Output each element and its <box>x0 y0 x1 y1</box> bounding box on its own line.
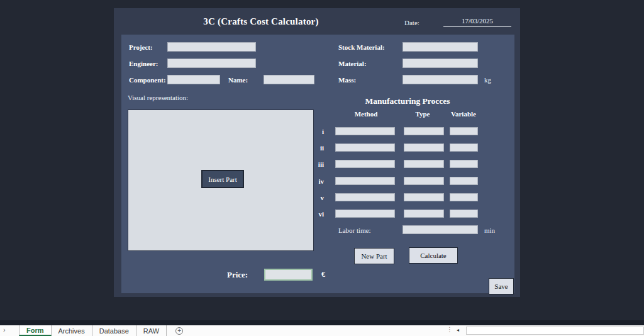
manufacturing-row-label-vi: vi <box>308 210 324 218</box>
type-input-ii[interactable] <box>404 143 444 152</box>
method-input-ii[interactable] <box>335 143 395 152</box>
sheet-tabs: FormArchivesDatabaseRAW+ <box>19 325 183 336</box>
plus-circle-icon: + <box>175 327 183 335</box>
manufacturing-row-label-v: v <box>308 194 324 201</box>
manufacturing-row-label-iv: iv <box>308 177 324 185</box>
method-input-vi[interactable] <box>335 210 395 218</box>
manufacturing-row-label-ii: ii <box>308 144 324 152</box>
method-input-iv[interactable] <box>335 177 395 185</box>
method-input-iii[interactable] <box>335 160 395 168</box>
tab-form[interactable]: Form <box>19 325 52 336</box>
euro-currency-symbol: € <box>321 270 325 279</box>
sheet-nav-chevron-icon[interactable]: › <box>3 326 6 333</box>
form-panel: Project: Engineer: Component: Name: Visu… <box>121 35 514 293</box>
horizontal-scrollbar-thumb[interactable] <box>466 327 644 335</box>
tab-database[interactable]: Database <box>92 325 136 336</box>
labor-time-input[interactable] <box>402 225 478 234</box>
method-input-v[interactable] <box>335 193 395 201</box>
date-field[interactable]: 17/03/2025 <box>443 17 511 27</box>
tab-raw[interactable]: RAW <box>136 325 167 336</box>
variable-input-vi[interactable] <box>450 210 478 218</box>
price-label: Price: <box>227 270 248 280</box>
calculate-button[interactable]: Calculate <box>409 247 458 264</box>
method-input-i[interactable] <box>335 127 395 135</box>
sheet-tab-bar: › FormArchivesDatabaseRAW+ ⋮ ◂ <box>0 325 644 336</box>
tab-archives[interactable]: Archives <box>52 325 92 336</box>
save-button[interactable]: Save <box>489 278 514 294</box>
date-label: Date: <box>404 19 419 26</box>
labor-time-label: Labor time: <box>338 227 371 234</box>
type-input-iii[interactable] <box>404 160 444 168</box>
calculator-window: 3C (Crafts Cost Calculator) Date: 17/03/… <box>114 8 520 297</box>
page-title: 3C (Crafts Cost Calculator) <box>173 16 349 27</box>
type-input-iv[interactable] <box>404 177 444 185</box>
manufacturing-row-label-iii: iii <box>308 160 324 168</box>
price-input[interactable] <box>264 269 313 281</box>
manufacturing-row-label-i: i <box>308 128 324 135</box>
variable-input-iii[interactable] <box>450 160 478 168</box>
variable-input-v[interactable] <box>450 193 478 201</box>
statusbar-divider <box>0 320 644 325</box>
type-input-vi[interactable] <box>404 210 444 218</box>
add-sheet-button[interactable]: + <box>175 325 183 336</box>
variable-input-ii[interactable] <box>450 143 478 152</box>
scroll-left-arrow-icon[interactable]: ◂ <box>457 327 459 333</box>
labor-time-unit: min <box>484 227 495 234</box>
new-part-button[interactable]: New Part <box>354 248 394 264</box>
type-input-v[interactable] <box>404 193 444 201</box>
type-input-i[interactable] <box>404 127 444 135</box>
scrollbar-resize-handle-icon[interactable]: ⋮ <box>447 326 452 333</box>
variable-input-i[interactable] <box>450 127 478 135</box>
variable-input-iv[interactable] <box>450 177 478 185</box>
